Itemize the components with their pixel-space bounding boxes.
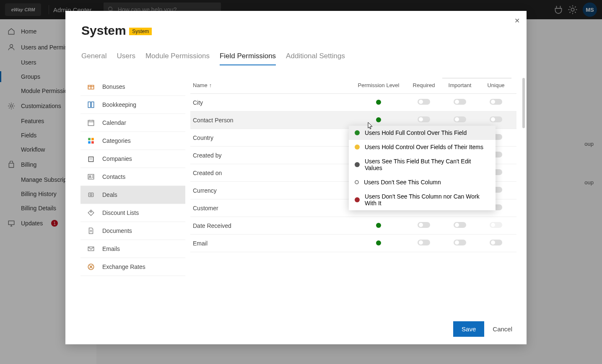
field-name: Country [193, 134, 351, 141]
tab-additional-settings[interactable]: Additional Settings [286, 49, 345, 65]
svg-rect-10 [88, 138, 91, 140]
field-name: Email [193, 240, 351, 247]
module-item[interactable]: Documents [80, 222, 185, 240]
svg-rect-13 [91, 141, 94, 144]
permission-dot[interactable] [376, 117, 381, 122]
module-item[interactable]: Deals [80, 186, 185, 204]
permission-dot[interactable] [376, 100, 381, 105]
svg-rect-14 [88, 157, 93, 162]
modal: ✕ System System General Users Module Per… [65, 11, 527, 344]
unique-toggle[interactable] [490, 99, 502, 105]
module-icon [87, 209, 95, 217]
unique-toggle[interactable] [490, 240, 502, 245]
module-icon [87, 245, 95, 253]
col-unique[interactable]: Unique [478, 82, 514, 88]
module-icon [87, 119, 95, 126]
field-name: Date Received [193, 222, 351, 229]
module-item[interactable]: Companies [80, 150, 185, 168]
table-row: City [190, 94, 516, 111]
table-row: Email [190, 235, 516, 252]
modal-header: System System [65, 11, 527, 38]
module-item[interactable]: Categories [80, 132, 185, 150]
field-name: Contact Person [193, 117, 351, 124]
module-item[interactable]: Bonuses [80, 78, 185, 96]
important-toggle[interactable] [454, 222, 466, 228]
module-icon [87, 155, 95, 163]
permission-option[interactable]: Users Hold Full Control Over This Field [349, 126, 496, 140]
sort-asc-icon: ↑ [209, 82, 212, 88]
tab-field-permissions[interactable]: Field Permissions [220, 49, 276, 65]
permission-cell[interactable] [351, 222, 406, 229]
module-list: BonusesBookkeepingCalendarCategoriesComp… [80, 78, 185, 314]
module-icon [87, 263, 95, 271]
page-title: System [81, 23, 126, 38]
col-important[interactable]: Important [442, 82, 478, 88]
required-toggle[interactable] [418, 99, 430, 105]
module-icon [87, 173, 95, 181]
module-label: Deals [102, 191, 117, 198]
module-icon [87, 83, 95, 90]
important-toggle[interactable] [454, 116, 466, 122]
svg-rect-15 [88, 174, 94, 179]
svg-point-19 [91, 212, 91, 212]
search-input[interactable] [442, 78, 511, 78]
field-name: Created by [193, 152, 351, 159]
module-label: Exchange Rates [102, 263, 145, 270]
module-item[interactable]: Bookkeeping [80, 96, 185, 114]
field-name: Currency [193, 187, 351, 194]
module-item[interactable]: Exchange Rates [80, 258, 185, 276]
required-toggle[interactable] [418, 116, 430, 122]
unique-toggle[interactable] [490, 222, 502, 228]
field-panel: Name ↑ Permission Level Required Importa… [185, 78, 527, 314]
module-item[interactable]: Calendar [80, 114, 185, 132]
svg-rect-12 [88, 141, 91, 144]
close-icon[interactable]: ✕ [514, 17, 520, 25]
option-label: Users Don't See This Column [364, 179, 441, 186]
modal-body: BonusesBookkeepingCalendarCategoriesComp… [65, 65, 527, 314]
cancel-button[interactable]: Cancel [493, 325, 512, 333]
tab-general[interactable]: General [81, 49, 106, 65]
svg-rect-8 [91, 102, 94, 108]
svg-rect-17 [88, 193, 93, 197]
module-label: Documents [102, 227, 132, 234]
module-label: Bonuses [102, 83, 125, 90]
permission-option[interactable]: Users Don't See This Column nor Can Work… [349, 189, 496, 210]
permission-option[interactable]: Users See This Field But They Can't Edit… [349, 154, 496, 175]
module-label: Emails [102, 245, 120, 252]
important-toggle[interactable] [454, 99, 466, 105]
unique-toggle[interactable] [490, 116, 502, 122]
option-dot-icon [355, 130, 360, 135]
col-required[interactable]: Required [406, 82, 442, 88]
permission-cell[interactable] [351, 99, 406, 106]
col-permission-level[interactable]: Permission Level [351, 82, 406, 88]
save-button[interactable]: Save [453, 321, 484, 337]
table-row: Date Received [190, 217, 516, 235]
scrollbar[interactable] [522, 78, 525, 128]
module-label: Contacts [102, 173, 125, 180]
module-label: Companies [102, 155, 132, 162]
module-label: Discount Lists [102, 209, 139, 216]
required-toggle[interactable] [418, 222, 430, 228]
field-name: City [193, 99, 351, 106]
permission-cell[interactable] [351, 117, 406, 124]
module-item[interactable]: Discount Lists [80, 204, 185, 222]
module-icon [87, 191, 95, 199]
svg-rect-9 [88, 120, 94, 125]
svg-rect-7 [88, 102, 91, 108]
option-label: Users Don't See This Column nor Can Work… [365, 193, 490, 207]
permission-dot[interactable] [376, 223, 381, 228]
module-item[interactable]: Contacts [80, 168, 185, 186]
tab-module-permissions[interactable]: Module Permissions [145, 49, 210, 65]
col-name[interactable]: Name ↑ [193, 82, 351, 88]
svg-rect-11 [91, 138, 94, 140]
permission-option[interactable]: Users Hold Control Over Fields of Their … [349, 140, 496, 154]
permission-dot[interactable] [376, 240, 381, 245]
option-dot-icon [355, 162, 360, 167]
permission-option[interactable]: Users Don't See This Column [349, 175, 496, 189]
important-toggle[interactable] [454, 240, 466, 245]
module-item[interactable]: Emails [80, 240, 185, 258]
tab-users[interactable]: Users [117, 49, 135, 65]
required-toggle[interactable] [418, 240, 430, 245]
permission-cell[interactable] [351, 240, 406, 247]
option-dot-icon [355, 180, 359, 184]
